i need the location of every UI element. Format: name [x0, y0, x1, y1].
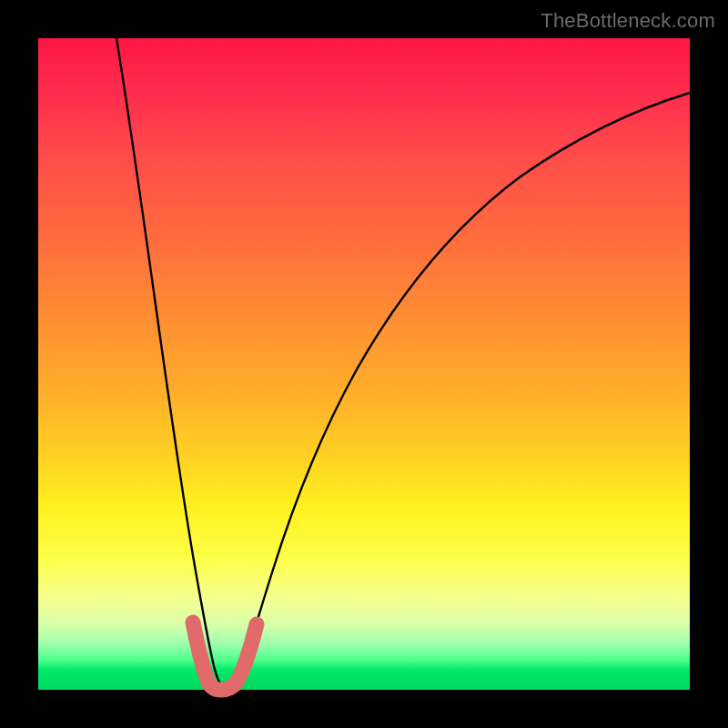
bottleneck-curve: [116, 38, 690, 688]
watermark-text: TheBottleneck.com: [541, 9, 715, 33]
highlight-trough: [193, 622, 257, 690]
chart-frame: TheBottleneck.com: [0, 0, 728, 728]
curve-layer: [38, 38, 690, 690]
plot-area: [38, 38, 690, 690]
